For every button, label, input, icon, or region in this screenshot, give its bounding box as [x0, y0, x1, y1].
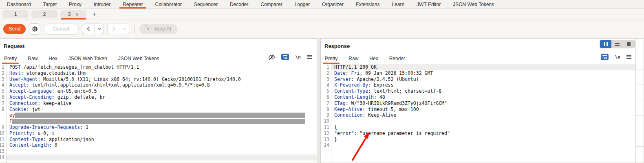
repeater-tab-2[interactable]: 2	[31, 10, 57, 18]
response-line[interactable]: 14	[321, 142, 636, 148]
response-tab-raw[interactable]: Raw	[348, 56, 358, 61]
forward-button[interactable]	[108, 24, 120, 34]
repeater-tab-3[interactable]: 3×	[60, 10, 86, 18]
request-menu-icon[interactable]	[307, 55, 312, 59]
line-content: ETag: W/"30-HRIDikR9Rsmd3ZTyOjz4OFirGCM"	[331, 100, 636, 106]
menu-item-json-web-tokens[interactable]: JSON Web Tokens	[447, 0, 500, 9]
layout-single-button[interactable]	[623, 40, 634, 48]
code-token: POST /api/fetch_messeges_from_chatbot HT…	[9, 64, 139, 70]
response-line[interactable]: 1HTTP/1.1 200 OK	[321, 64, 636, 70]
request-line[interactable]: 5Accept-Language: en-US,en;q=0.5	[0, 88, 317, 94]
request-line[interactable]: 14	[0, 154, 317, 161]
response-line[interactable]: 9Connection: Keep-Alive	[321, 112, 636, 118]
request-editor[interactable]: 1POST /api/fetch_messeges_from_chatbot H…	[0, 64, 317, 163]
code-token: HTTP/1.1 200 OK	[334, 64, 377, 70]
repeater-tab-label: 1	[14, 11, 17, 17]
menu-item-repeater[interactable]: Repeater	[117, 0, 149, 9]
layout-rows-button[interactable]	[611, 40, 623, 48]
line-number: 5	[0, 88, 7, 94]
request-tab-hex[interactable]: Hex	[49, 56, 57, 61]
request-line[interactable]: F	[0, 118, 317, 124]
burp-ai-button[interactable]: ✦✦ Burp AI	[139, 24, 177, 34]
menu-item-decoder[interactable]: Decoder	[224, 0, 254, 9]
close-tab-icon[interactable]: ×	[76, 12, 79, 17]
response-line[interactable]: 7ETag: W/"30-HRIDikR9Rsmd3ZTyOjz4OFirGCM…	[321, 100, 636, 106]
request-line[interactable]: 7Connection: keep-alive	[0, 100, 317, 106]
code-token: keep-alive	[43, 100, 71, 106]
request-line[interactable]: 12Content-Length: 0	[0, 142, 317, 148]
response-line[interactable]: 6Content-Length: 48	[321, 94, 636, 100]
response-tab-hex[interactable]: Hex	[369, 56, 378, 61]
request-line[interactable]: 2Host: storage.cloudsite.thm	[0, 70, 317, 76]
menu-item-dashboard[interactable]: Dashboard	[1, 0, 37, 9]
cancel-button[interactable]: Cancel	[44, 24, 79, 35]
response-line[interactable]: 2Date: Fri, 09 Jan 2026 15:00:32 GMT	[321, 70, 636, 76]
back-button[interactable]	[82, 24, 95, 34]
request-tab-json-web-token[interactable]: JSON Web Token	[68, 56, 107, 61]
menu-item-proxy[interactable]: Proxy	[63, 0, 88, 9]
line-content: Accept: text/html,application/xhtml+xml,…	[7, 82, 317, 88]
response-tab-render[interactable]: Render	[389, 56, 405, 61]
send-settings-button[interactable]	[29, 23, 40, 35]
code-token: User-Agent	[9, 76, 37, 83]
menu-item-collaborator[interactable]: Collaborator	[149, 0, 188, 9]
line-content: Accept-Language: en-US,en;q=0.5	[7, 88, 317, 94]
response-menu-icon[interactable]	[626, 55, 631, 59]
response-line[interactable]: 5Content-Type: text/html; charset=utf-8	[321, 88, 636, 94]
line-number: 1	[0, 64, 7, 70]
show-newlines-icon[interactable]: \n	[615, 54, 620, 60]
response-line[interactable]: 4X-Powered-By: Express	[321, 82, 636, 88]
word-wrap-icon[interactable]	[281, 54, 289, 60]
line-content: }	[331, 137, 636, 143]
forward-dropdown-button[interactable]	[120, 24, 129, 34]
menu-item-logger[interactable]: Logger	[289, 0, 316, 9]
request-line[interactable]: 4Accept: text/html,application/xhtml+xml…	[0, 82, 317, 88]
line-content: Connection: keep-alive	[7, 100, 317, 106]
redaction-overlay	[12, 119, 305, 124]
response-line[interactable]: 12"error": "username parameter is requir…	[321, 130, 636, 137]
request-tab-raw[interactable]: Raw	[28, 56, 37, 61]
repeater-tab-1[interactable]: 1	[2, 10, 29, 18]
request-line[interactable]: 6Accept-Encoding: gzip, deflate, br	[0, 94, 317, 100]
response-line[interactable]: 11{	[321, 124, 636, 130]
line-number: 12	[321, 130, 331, 137]
code-token: F	[9, 118, 12, 124]
response-line[interactable]: 3Server: Apache/2.4.52 (Ubuntu)	[321, 76, 636, 83]
response-editor[interactable]: 1HTTP/1.1 200 OK2Date: Fri, 09 Jan 2026 …	[321, 64, 636, 163]
request-line[interactable]: 9Upgrade-Insecure-Requests: 1	[0, 124, 317, 130]
show-newlines-icon[interactable]: \n	[295, 54, 301, 60]
menu-item-target[interactable]: Target	[37, 0, 63, 9]
add-tab-button[interactable]: +	[89, 10, 99, 18]
response-line[interactable]: 10	[321, 118, 636, 124]
layout-columns-button[interactable]	[600, 40, 611, 48]
request-line[interactable]: 10Priority: u=0, i	[0, 130, 317, 137]
menu-item-comparer[interactable]: Comparer	[254, 0, 288, 9]
menu-item-sequencer[interactable]: Sequencer	[188, 0, 224, 9]
request-tab-pretty[interactable]: Pretty	[4, 56, 17, 61]
request-line[interactable]: 13	[0, 148, 317, 154]
send-button[interactable]: Send	[3, 24, 26, 34]
request-line[interactable]: 1POST /api/fetch_messeges_from_chatbot H…	[0, 64, 317, 70]
response-line[interactable]: 8Keep-Alive: timeout=5, max=100	[321, 106, 636, 113]
eye-off-icon[interactable]	[268, 54, 275, 61]
response-tab-pretty[interactable]: Pretty	[325, 56, 337, 61]
menu-item-learn[interactable]: Learn	[386, 0, 410, 9]
request-line[interactable]: ey	[0, 112, 317, 118]
menu-item-extensions[interactable]: Extensions	[350, 0, 386, 9]
code-token: Host	[9, 70, 21, 76]
back-dropdown-button[interactable]	[95, 24, 104, 34]
response-scroll-rail[interactable]	[635, 39, 644, 163]
menu-item-jwt-editor[interactable]: JWT Editor	[410, 0, 447, 9]
response-line[interactable]: 13}	[321, 137, 636, 143]
menu-item-intruder[interactable]: Intruder	[88, 0, 117, 9]
response-panel-title: Response	[321, 39, 644, 49]
menu-item-organizer[interactable]: Organizer	[316, 0, 350, 9]
request-tab-json-web-tokens[interactable]: JSON Web Tokens	[118, 56, 159, 61]
code-token: : storage.cloudsite.thm	[21, 70, 86, 76]
request-line[interactable]: 8Cookie: jwt=	[0, 106, 317, 113]
code-token: : Express	[368, 82, 393, 88]
line-content: Upgrade-Insecure-Requests: 1	[7, 124, 317, 130]
request-line[interactable]: 11Content-Type: application/json	[0, 137, 317, 143]
request-line[interactable]: 3User-Agent: Mozilla/5.0 (X11; Linux x86…	[0, 76, 317, 83]
word-wrap-icon[interactable]	[601, 54, 609, 60]
